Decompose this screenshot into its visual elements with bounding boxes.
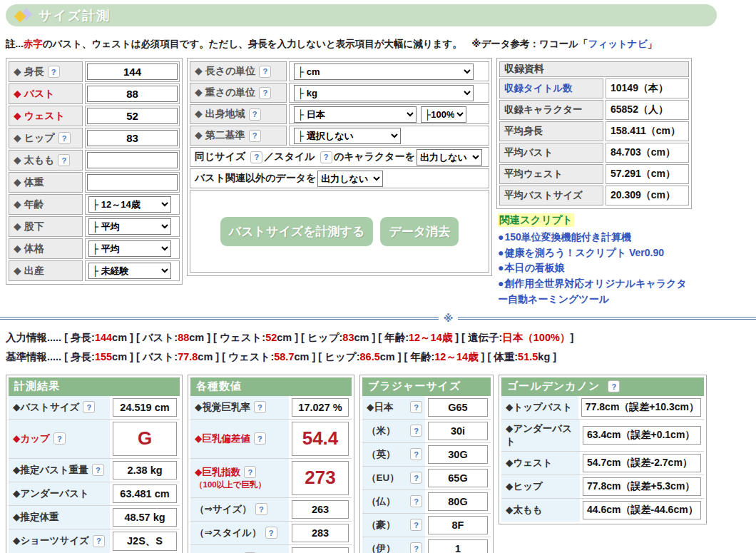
measurement-select[interactable]: ├ 12～14歳 <box>88 196 171 213</box>
measure-button[interactable]: バストサイズを計測する <box>220 217 374 246</box>
help-icon[interactable]: ? <box>250 151 262 163</box>
result-value: 48.57 kg <box>113 508 177 527</box>
sidebar: 収録資料 収録タイトル数 10149（本） 収録キャラクター 65852（人） … <box>496 58 692 307</box>
help-icon[interactable]: ? <box>410 542 422 553</box>
measurement-select[interactable]: ├ 平均 <box>88 218 171 235</box>
measurement-input[interactable] <box>87 130 178 146</box>
help-icon[interactable]: ? <box>58 132 71 144</box>
length-unit-select[interactable]: ├ cm <box>294 64 474 80</box>
help-icon[interactable]: ? <box>410 401 422 413</box>
row-label-cell: ◆ 長さの単位 ? <box>190 61 287 81</box>
measurement-select[interactable]: ├ 未経験 <box>88 263 171 279</box>
row-label: バスト <box>24 88 55 99</box>
form-row: ◆ 第二基準 ? ├ 選択しない <box>190 126 489 146</box>
measurement-input[interactable] <box>87 152 178 168</box>
help-icon[interactable]: ? <box>53 432 66 445</box>
result-row: ◆カップ? G <box>9 419 180 458</box>
result-value: 54.4 <box>292 422 349 456</box>
clear-button[interactable]: データ消去 <box>380 217 459 246</box>
bullet-icon: ● <box>498 278 504 289</box>
info-segment: [ 身長:155cm ] <box>64 351 133 362</box>
help-icon[interactable]: ? <box>93 535 105 547</box>
bullet-icon: ● <box>498 231 504 243</box>
help-icon[interactable]: ? <box>92 464 104 476</box>
archive-value: 158.411（cm） <box>606 121 689 141</box>
non-bust-output-select[interactable]: 出力しない <box>317 171 383 187</box>
help-icon[interactable]: ? <box>83 401 95 413</box>
measurement-input[interactable] <box>87 86 178 102</box>
result-row: ◆巨乳偏差値? 54.4 <box>190 419 352 458</box>
result-value: 30i <box>428 422 488 440</box>
page-title-bar: サイズ計測 <box>6 4 717 26</box>
row-label-cell: ◆ 体格 <box>9 238 83 259</box>
row-control-cell <box>85 61 180 82</box>
measurement-input[interactable] <box>87 108 178 124</box>
form-row: ◆ 股下 ├ 平均 <box>9 216 180 237</box>
help-icon[interactable]: ? <box>410 495 422 507</box>
result-row: （豪）? 8F <box>362 513 491 537</box>
note-red-text: 赤字 <box>24 39 43 49</box>
help-icon[interactable]: ? <box>410 425 422 437</box>
help-icon[interactable]: ? <box>265 527 277 539</box>
help-icon[interactable]: ? <box>249 130 261 142</box>
info-segment: [ バスト:88cm ] <box>136 332 210 343</box>
region-select[interactable]: ├ 日本 <box>294 106 417 123</box>
related-script-link[interactable]: ●創作用全世界対応オリジナルキャラクター自動ネーミングツール <box>498 276 690 307</box>
help-icon[interactable]: ? <box>410 448 422 460</box>
form-row: バスト関連以外のデータを 出力しない <box>190 168 489 188</box>
archive-value: 84.703（cm） <box>606 143 689 163</box>
form-row: ◆ 太もも ? <box>9 150 180 171</box>
related-script-link[interactable]: ●150単位変換機能付き計算機 <box>498 230 690 245</box>
archive-value: 20.309（cm） <box>606 186 689 206</box>
result-label: ◆推定体重 <box>13 511 58 524</box>
result-value: 77.8cm（誤差+5.3cm） <box>583 477 701 496</box>
info-segment: [ ヒップ:83cm ] <box>301 332 375 343</box>
help-icon[interactable]: ? <box>254 432 266 445</box>
measurement-select[interactable]: ├ 平均 <box>88 240 171 257</box>
help-icon[interactable]: ? <box>244 466 256 478</box>
help-icon[interactable]: ? <box>254 401 266 413</box>
measurement-input[interactable] <box>87 174 178 191</box>
measurement-form: ◆ 身長 ? ◆ バスト <box>6 58 750 307</box>
result-label: ◆視覚巨乳率 <box>195 401 250 414</box>
help-icon[interactable]: ? <box>410 472 422 484</box>
result-label: ◆ヒップ <box>506 480 543 493</box>
result-row: ◆ウェスト 54.7cm（誤差-2.7cm） <box>501 451 704 475</box>
form-row: ◆ 重さの単位 ? ├ kg <box>190 83 489 103</box>
related-script-link[interactable]: ●健康を測ろう！スクリプト Ver0.90 <box>498 245 690 261</box>
archive-stats-table: 収録資料 収録タイトル数 10149（本） 収録キャラクター 65852（人） … <box>496 58 692 209</box>
result-row: ◆アンダーバスト 63.481 cm <box>9 482 180 505</box>
second-standard-select[interactable]: ├ 選択しない <box>294 128 401 144</box>
row-label-cell: ◆ 重さの単位 ? <box>190 83 287 103</box>
fitnavi-link[interactable]: フィットナビ <box>588 39 648 49</box>
result-value: 77.8cm（誤差+10.3cm） <box>581 398 701 417</box>
region-percent-select[interactable]: ├100% <box>421 106 466 123</box>
options-table: ◆ 長さの単位 ? ├ cm ◆ 重さの単位 ? ├ kg ◆ 出身地域 ? ├… <box>187 58 492 276</box>
help-icon[interactable]: ? <box>255 503 267 515</box>
related-scripts: 関連スクリプト ●150単位変換機能付き計算機 ●健康を測ろう！スクリプト Ve… <box>498 213 690 307</box>
row-label-cell: ◆ 身長 ? <box>9 61 83 82</box>
related-script-link[interactable]: ●本日の看板娘 <box>498 260 690 276</box>
help-icon[interactable]: ? <box>410 519 422 531</box>
double-diamond-icon <box>14 8 33 24</box>
result-label: ◆太もも <box>506 504 543 517</box>
help-icon[interactable]: ? <box>58 154 70 166</box>
result-row: ◆ショーツサイズ? J2S、S <box>9 529 180 553</box>
info-summary: 入力情報..... [ 身長:144cm ][ バスト:88cm ][ ウェスト… <box>6 328 750 365</box>
result-label: （EU） <box>367 472 399 484</box>
help-icon[interactable]: ? <box>608 380 620 392</box>
related-scripts-title: 関連スクリプト <box>498 213 574 227</box>
help-icon[interactable]: ? <box>320 151 332 163</box>
help-icon[interactable]: ? <box>48 66 60 78</box>
row-control-cell <box>85 83 180 104</box>
help-icon[interactable]: ? <box>259 66 271 78</box>
same-size-output-select[interactable]: 出力しない <box>417 149 482 166</box>
help-icon[interactable]: ? <box>249 108 261 121</box>
weight-unit-select[interactable]: ├ kg <box>294 85 474 101</box>
row-control-cell: ├ 未経験 <box>85 260 180 281</box>
help-icon[interactable]: ? <box>259 87 271 99</box>
bullet-icon: ● <box>498 247 504 258</box>
measurement-input[interactable] <box>87 64 178 80</box>
result-row: ◆太もも 44.6cm（誤差-44.6cm） <box>501 498 704 522</box>
result-value: 65G <box>428 469 488 487</box>
